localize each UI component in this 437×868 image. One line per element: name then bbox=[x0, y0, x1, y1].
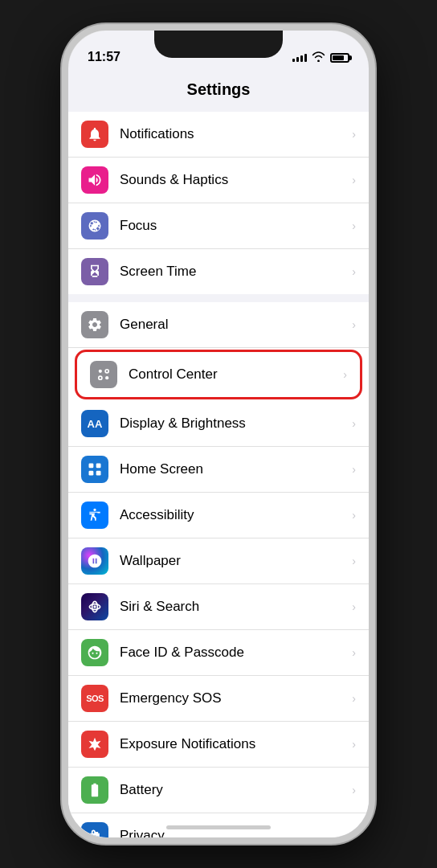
display-icon-wrap: AA bbox=[81, 410, 108, 437]
focus-icon-wrap bbox=[81, 212, 108, 240]
svg-point-3 bbox=[105, 376, 108, 379]
homescreen-chevron: › bbox=[352, 463, 356, 476]
svg-point-0 bbox=[99, 370, 102, 373]
sounds-icon-wrap bbox=[81, 166, 108, 194]
home-indicator bbox=[166, 825, 271, 829]
siri-icon-wrap bbox=[81, 593, 108, 620]
notch bbox=[154, 31, 283, 58]
faceid-icon-wrap bbox=[81, 639, 108, 666]
phone-frame: 11:57 bbox=[62, 24, 375, 844]
accessibility-label: Accessibility bbox=[120, 507, 345, 523]
svg-point-2 bbox=[99, 376, 102, 379]
notifications-label: Notifications bbox=[120, 126, 345, 142]
status-icons bbox=[292, 51, 349, 64]
notifications-icon bbox=[87, 126, 103, 142]
display-label: Display & Brightness bbox=[120, 416, 345, 432]
homescreen-icon-wrap bbox=[81, 456, 108, 483]
wallpaper-icon bbox=[87, 553, 103, 569]
accessibility-chevron: › bbox=[352, 509, 356, 522]
screentime-icon-wrap bbox=[81, 258, 108, 285]
settings-item-general[interactable]: General › bbox=[68, 302, 369, 348]
sounds-chevron: › bbox=[352, 174, 356, 186]
settings-item-accessibility[interactable]: Accessibility › bbox=[68, 493, 369, 538]
exposure-label: Exposure Notifications bbox=[120, 736, 345, 752]
settings-group-1: Notifications › Sounds & Haptics › bbox=[68, 112, 369, 294]
privacy-icon bbox=[87, 828, 103, 837]
settings-item-battery[interactable]: Battery › bbox=[68, 768, 369, 813]
sos-icon: SOS bbox=[86, 694, 104, 703]
focus-icon bbox=[87, 218, 103, 234]
controlcenter-label: Control Center bbox=[129, 366, 337, 383]
display-chevron: › bbox=[352, 417, 356, 430]
signal-icon bbox=[292, 54, 307, 62]
settings-item-sos[interactable]: SOS Emergency SOS › bbox=[68, 676, 369, 722]
screentime-label: Screen Time bbox=[120, 264, 345, 280]
general-label: General bbox=[120, 317, 345, 333]
homescreen-icon bbox=[87, 461, 103, 477]
settings-group-2: General › Control Center › bbox=[68, 302, 369, 837]
settings-item-focus[interactable]: Focus › bbox=[68, 203, 369, 249]
sounds-label: Sounds & Haptics bbox=[120, 172, 345, 188]
status-time: 11:57 bbox=[88, 50, 120, 64]
display-icon: AA bbox=[88, 418, 103, 430]
focus-label: Focus bbox=[120, 218, 345, 234]
settings-item-siri[interactable]: Siri & Search › bbox=[68, 584, 369, 630]
general-icon-wrap bbox=[81, 311, 108, 338]
battery-status-icon bbox=[330, 53, 349, 63]
sounds-icon bbox=[87, 172, 103, 188]
settings-item-faceid[interactable]: Face ID & Passcode › bbox=[68, 630, 369, 676]
settings-item-sounds[interactable]: Sounds & Haptics › bbox=[68, 158, 369, 203]
svg-rect-6 bbox=[89, 471, 94, 476]
faceid-label: Face ID & Passcode bbox=[120, 645, 345, 661]
svg-rect-7 bbox=[96, 471, 101, 476]
controlcenter-chevron: › bbox=[343, 368, 347, 381]
svg-point-10 bbox=[93, 605, 96, 608]
page-title: Settings bbox=[68, 71, 369, 112]
sos-chevron: › bbox=[352, 692, 356, 705]
accessibility-icon-wrap bbox=[81, 502, 108, 529]
exposure-icon-wrap bbox=[81, 731, 108, 758]
notifications-icon-wrap bbox=[81, 121, 108, 148]
siri-label: Siri & Search bbox=[120, 599, 345, 615]
settings-item-controlcenter[interactable]: Control Center › bbox=[75, 350, 362, 399]
svg-point-1 bbox=[105, 370, 108, 373]
homescreen-label: Home Screen bbox=[120, 461, 345, 477]
sos-label: Emergency SOS bbox=[120, 690, 345, 706]
faceid-icon bbox=[87, 645, 103, 661]
settings-item-exposure[interactable]: Exposure Notifications › bbox=[68, 722, 369, 768]
settings-item-screentime[interactable]: Screen Time › bbox=[68, 249, 369, 294]
siri-icon bbox=[87, 599, 103, 615]
wallpaper-icon-wrap bbox=[81, 547, 108, 575]
siri-chevron: › bbox=[352, 600, 356, 613]
settings-content[interactable]: Settings Notifications › bbox=[68, 71, 369, 837]
exposure-icon bbox=[87, 736, 103, 752]
faceid-chevron: › bbox=[352, 646, 356, 659]
wallpaper-label: Wallpaper bbox=[120, 553, 345, 569]
sos-icon-wrap: SOS bbox=[81, 685, 108, 712]
controlcenter-icon bbox=[96, 366, 112, 383]
screentime-chevron: › bbox=[352, 265, 356, 278]
battery-chevron: › bbox=[352, 784, 356, 796]
settings-item-display[interactable]: AA Display & Brightness › bbox=[68, 401, 369, 447]
svg-rect-5 bbox=[96, 464, 101, 469]
controlcenter-icon-wrap bbox=[90, 361, 117, 388]
settings-item-homescreen[interactable]: Home Screen › bbox=[68, 447, 369, 493]
wifi-icon bbox=[312, 51, 325, 64]
settings-item-notifications[interactable]: Notifications › bbox=[68, 112, 369, 158]
exposure-chevron: › bbox=[352, 738, 356, 751]
wallpaper-chevron: › bbox=[352, 555, 356, 567]
general-icon bbox=[87, 317, 103, 333]
screentime-icon bbox=[87, 264, 103, 280]
general-chevron: › bbox=[352, 318, 356, 331]
battery-icon-wrap bbox=[81, 776, 108, 804]
svg-rect-4 bbox=[89, 464, 94, 469]
settings-item-wallpaper[interactable]: Wallpaper › bbox=[68, 538, 369, 584]
focus-chevron: › bbox=[352, 219, 356, 232]
screen: 11:57 bbox=[68, 31, 369, 837]
battery-icon bbox=[87, 782, 103, 798]
accessibility-icon bbox=[87, 507, 103, 523]
privacy-chevron: › bbox=[352, 829, 356, 837]
battery-label: Battery bbox=[120, 782, 345, 798]
notifications-chevron: › bbox=[352, 128, 356, 141]
privacy-icon-wrap bbox=[81, 822, 108, 837]
